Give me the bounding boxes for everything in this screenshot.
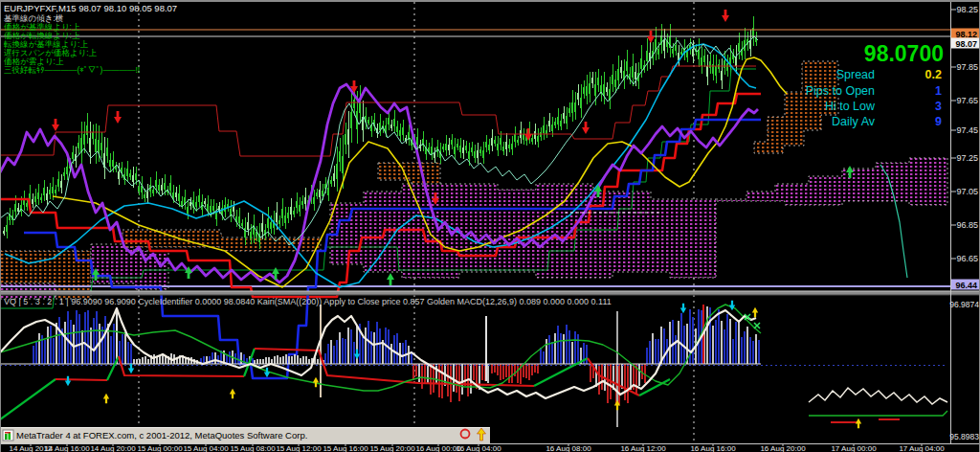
sub-window-indicator-header: VQ | 5 . 3 . 2 . 1 | 96.9090 96.9090 Cyc… xyxy=(4,297,612,306)
time-axis[interactable]: 14 Aug 201214 Aug 16:0014 Aug 20:0015 Au… xyxy=(0,443,980,452)
time-tick-label: 14 Aug 20:00 xyxy=(90,444,136,452)
time-tick-label: 15 Aug 20:00 xyxy=(369,444,415,452)
daily-av-label: Daily Av xyxy=(832,115,876,128)
sub-axis-max-label: 96.9874 xyxy=(949,300,979,309)
pips-to-open-label: Pips to Open xyxy=(806,84,875,98)
time-tick-label: 16 Aug 08:00 xyxy=(546,444,591,452)
window-splitter[interactable] xyxy=(0,291,980,295)
chart-status-icon xyxy=(3,430,13,441)
price-tick-label: 98.25 xyxy=(956,5,978,14)
symbol-ohlc-title: EURJPYFXF,M15 98.07 98.10 98.05 98.07 xyxy=(4,3,177,13)
time-tick-label: 14 Aug 16:00 xyxy=(44,444,90,452)
svg-text:96.44: 96.44 xyxy=(955,281,977,290)
time-tick-label: 15 Aug 04:00 xyxy=(183,444,229,452)
time-tick-label: 16 Aug 20:00 xyxy=(760,444,806,452)
price-tick-label: 97.05 xyxy=(956,187,978,196)
price-tick-label: 97.85 xyxy=(956,62,978,72)
time-tick-label: 15 Aug 08:00 xyxy=(230,444,276,452)
hi-to-low-value: 3 xyxy=(935,100,942,113)
current-price: 98.0700 xyxy=(864,41,944,66)
spread-value: 0.2 xyxy=(925,68,942,81)
price-tick-label: 96.85 xyxy=(956,220,978,230)
indicator-sub-window[interactable] xyxy=(0,295,950,443)
time-tick-label: 16 Aug 16:00 xyxy=(690,444,736,452)
time-tick-label: 15 Aug 16:00 xyxy=(323,444,368,452)
time-tick-label: 16 Aug 00:00 xyxy=(415,444,461,452)
time-tick-label: 16 Aug 04:00 xyxy=(456,444,501,452)
svg-text:98.07: 98.07 xyxy=(955,39,977,49)
mt4-chart-window: 98.2597.8597.6597.4597.2597.0596.8596.65… xyxy=(0,0,980,452)
status-bar-text: MetaTrader 4 at FOREX.com, c 2001-2012, … xyxy=(16,430,307,441)
time-tick-label: 16 Aug 12:00 xyxy=(620,444,666,452)
price-tick-label: 97.45 xyxy=(956,125,978,135)
daily-av-value: 9 xyxy=(935,115,942,128)
svg-text:98.12: 98.12 xyxy=(955,30,977,39)
price-tick-label: 96.65 xyxy=(956,254,978,263)
price-tick-label: 97.65 xyxy=(956,96,978,105)
price-tick-label: 97.25 xyxy=(956,153,978,163)
signal-line-6: 三役好転ｷﾀ――――(*ﾟ▽ﾟ)――――!! xyxy=(4,65,140,75)
sub-trail-step-line xyxy=(56,379,107,380)
time-tick-label: 15 Aug 00:00 xyxy=(137,444,183,452)
time-tick-label: 17 Aug 04:00 xyxy=(899,444,945,452)
pips-to-open-value: 1 xyxy=(935,84,942,98)
sub-axis-min-label: 95.8983 xyxy=(949,432,979,441)
spread-label: Spread xyxy=(836,68,875,81)
time-tick-label: 15 Aug 12:00 xyxy=(276,444,322,452)
time-tick-label: 17 Aug 00:00 xyxy=(831,444,877,452)
hi-to-low-label: Hi to Low xyxy=(825,100,876,113)
status-bar: MetaTrader 4 at FOREX.com, c 2001-2012, … xyxy=(0,427,490,443)
